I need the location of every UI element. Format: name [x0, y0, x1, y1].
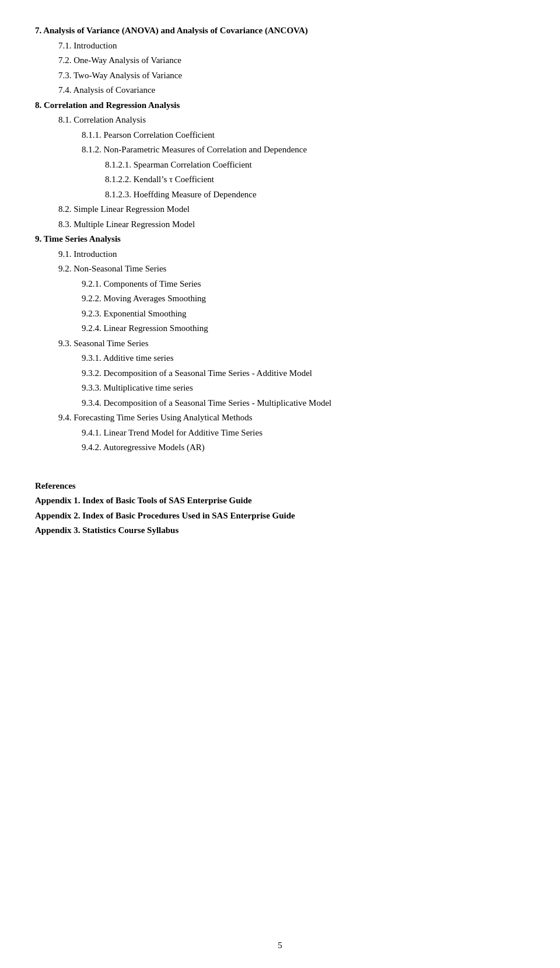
page-number: 5	[278, 941, 282, 950]
toc-item: 9.4.1. Linear Trend Model for Additive T…	[82, 426, 525, 441]
toc-item: 8.1.1. Pearson Correlation Coefficient	[82, 128, 525, 143]
toc-item: 9.3.2. Decomposition of a Seasonal Time …	[82, 366, 525, 381]
toc-item: 9.2. Non-Seasonal Time Series	[58, 262, 525, 277]
toc-item: 9.2.1. Components of Time Series	[82, 277, 525, 292]
toc-item: 8.2. Simple Linear Regression Model	[58, 202, 525, 217]
toc-item: 9.2.4. Linear Regression Smoothing	[82, 321, 525, 336]
toc-item: 9.2.2. Moving Averages Smoothing	[82, 291, 525, 307]
toc-item: 8.1.2.1. Spearman Correlation Coefficien…	[105, 158, 525, 173]
toc-item: 8.1.2.2. Kendall’s τ Coefficient	[105, 172, 525, 187]
references-section: ReferencesAppendix 1. Index of Basic Too…	[35, 479, 525, 538]
toc-item: 8. Correlation and Regression Analysis	[35, 98, 525, 113]
toc-item: 9. Time Series Analysis	[35, 232, 525, 247]
toc-item: 7.3. Two-Way Analysis of Variance	[58, 68, 525, 83]
toc-item: 7.1. Introduction	[58, 39, 525, 54]
toc-item: 7. Analysis of Variance (ANOVA) and Anal…	[35, 23, 525, 39]
toc-item: 9.2.3. Exponential Smoothing	[82, 307, 525, 322]
toc-list: 7. Analysis of Variance (ANOVA) and Anal…	[35, 23, 525, 455]
appendix-item: Appendix 2. Index of Basic Procedures Us…	[35, 509, 525, 524]
references-label: References	[35, 479, 525, 494]
toc-item: 8.1.2. Non-Parametric Measures of Correl…	[82, 142, 525, 158]
page-container: 7. Analysis of Variance (ANOVA) and Anal…	[0, 0, 560, 968]
toc-item: 8.3. Multiple Linear Regression Model	[58, 217, 525, 232]
toc-item: 9.1. Introduction	[58, 247, 525, 262]
toc-item: 9.3.4. Decomposition of a Seasonal Time …	[82, 396, 525, 411]
toc-item: 7.2. One-Way Analysis of Variance	[58, 53, 525, 68]
toc-item: 8.1.2.3. Hoeffding Measure of Dependence	[105, 187, 525, 203]
toc-item: 9.4. Forecasting Time Series Using Analy…	[58, 410, 525, 426]
toc-item: 9.3. Seasonal Time Series	[58, 336, 525, 351]
appendix-item: Appendix 3. Statistics Course Syllabus	[35, 523, 525, 538]
appendix-item: Appendix 1. Index of Basic Tools of SAS …	[35, 493, 525, 509]
toc-item: 7.4. Analysis of Covariance	[58, 83, 525, 98]
toc-item: 9.4.2. Autoregressive Models (AR)	[82, 440, 525, 455]
toc-item: 9.3.3. Multiplicative time series	[82, 381, 525, 396]
toc-item: 9.3.1. Additive time series	[82, 351, 525, 366]
toc-item: 8.1. Correlation Analysis	[58, 113, 525, 128]
